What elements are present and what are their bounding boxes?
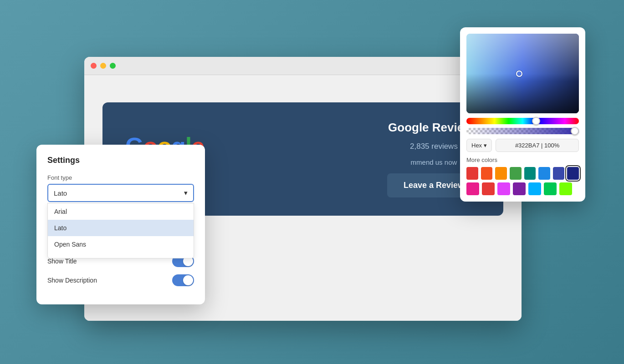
- color-gradient-box[interactable]: [466, 34, 579, 113]
- minimize-button[interactable]: [100, 63, 106, 69]
- settings-panel: Settings Font type Lato ▾ Arial Lato Ope…: [36, 145, 205, 304]
- swatch-row-2: [466, 182, 579, 195]
- selected-font-text: Lato: [54, 189, 67, 197]
- show-title-label: Show Title: [47, 258, 77, 265]
- font-dropdown: Arial Lato Open Sans David: [47, 203, 194, 258]
- font-option-arial[interactable]: Arial: [48, 203, 194, 220]
- recommend-text: mmend us now: [411, 158, 457, 166]
- swatch-pink[interactable]: [466, 182, 479, 195]
- swatch-dark-indigo[interactable]: [567, 167, 579, 180]
- alpha-cursor[interactable]: [571, 127, 579, 135]
- swatch-row-1: [466, 167, 579, 180]
- swatch-lime[interactable]: [559, 182, 572, 195]
- swatch-red2[interactable]: [482, 182, 495, 195]
- color-cursor[interactable]: [516, 71, 522, 77]
- swatch-red[interactable]: [466, 167, 478, 180]
- close-button[interactable]: [91, 63, 97, 69]
- color-format-select[interactable]: Hex ▾: [466, 139, 492, 152]
- font-option-lato[interactable]: Lato: [48, 220, 194, 236]
- swatch-blue[interactable]: [538, 167, 550, 180]
- font-option-opensans[interactable]: Open Sans: [48, 236, 194, 253]
- swatch-purple[interactable]: [497, 182, 510, 195]
- swatch-light-blue[interactable]: [528, 182, 541, 195]
- swatch-teal[interactable]: [524, 167, 536, 180]
- swatch-green[interactable]: [510, 167, 522, 180]
- swatch-orange[interactable]: [495, 167, 507, 180]
- alpha-slider[interactable]: [466, 128, 579, 134]
- swatch-light-green[interactable]: [544, 182, 557, 195]
- dropdown-scroll[interactable]: Arial Lato Open Sans David: [48, 203, 194, 258]
- font-select-wrapper: Lato ▾ Arial Lato Open Sans David: [47, 184, 194, 202]
- format-chevron-icon: ▾: [484, 142, 487, 149]
- hex-value-text: #322BA7 | 100%: [515, 142, 559, 149]
- hue-slider[interactable]: [466, 118, 579, 124]
- review-count: 2,835 reviews: [410, 142, 458, 151]
- browser-titlebar: [84, 57, 522, 75]
- font-option-david[interactable]: David: [48, 253, 194, 258]
- hue-cursor[interactable]: [532, 117, 540, 125]
- color-picker-panel: Hex ▾ #322BA7 | 100% More colors: [460, 27, 585, 202]
- toggle-knob-description: [183, 275, 193, 285]
- show-description-toggle[interactable]: [172, 274, 194, 286]
- color-swatches: [466, 167, 579, 195]
- maximize-button[interactable]: [110, 63, 116, 69]
- color-input-row: Hex ▾ #322BA7 | 100%: [466, 139, 579, 152]
- show-description-label: Show Description: [47, 277, 97, 284]
- more-colors-label: More colors: [466, 157, 579, 163]
- format-text: Hex: [471, 142, 482, 149]
- settings-title: Settings: [47, 156, 194, 165]
- swatch-deep-orange[interactable]: [481, 167, 493, 180]
- color-hex-input[interactable]: #322BA7 | 100%: [496, 139, 579, 152]
- font-type-label: Font type: [47, 174, 194, 181]
- swatch-deep-purple[interactable]: [513, 182, 526, 195]
- chevron-down-icon: ▾: [184, 189, 188, 197]
- show-description-row: Show Description: [47, 274, 194, 286]
- gradient-overlay-dark: [466, 74, 579, 114]
- font-select-display[interactable]: Lato ▾: [47, 184, 194, 202]
- swatch-indigo[interactable]: [553, 167, 565, 180]
